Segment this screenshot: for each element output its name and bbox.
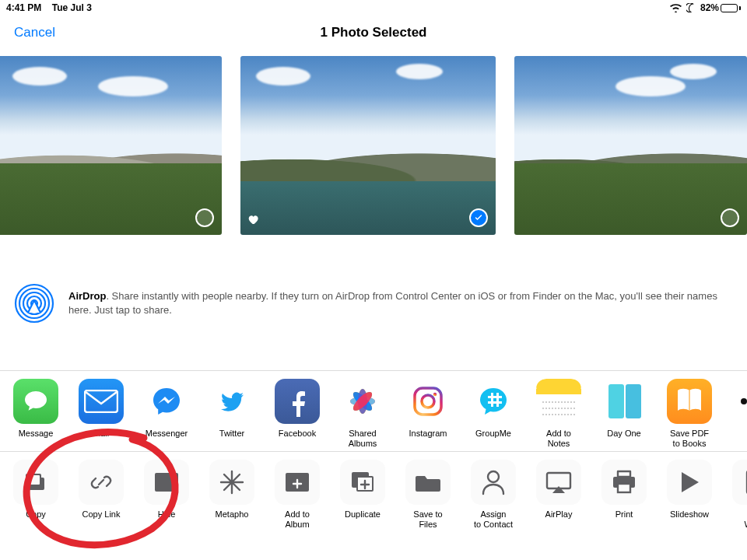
day-one-icon bbox=[601, 379, 647, 424]
photo-thumbnail[interactable] bbox=[240, 56, 496, 235]
svg-rect-14 bbox=[415, 388, 441, 415]
app-label: Shared Albums bbox=[339, 429, 386, 448]
app-label: Message bbox=[19, 429, 54, 439]
share-action-add-to-album[interactable]: Add to Album bbox=[274, 460, 321, 529]
photo-strip[interactable] bbox=[0, 50, 747, 244]
svg-rect-35 bbox=[286, 473, 309, 478]
app-label: Mail bbox=[93, 429, 109, 439]
app-label: Add to Notes bbox=[535, 429, 582, 448]
battery-indicator: 82% bbox=[700, 2, 741, 13]
shared-albums-icon bbox=[340, 379, 385, 424]
action-label: Print bbox=[615, 509, 633, 520]
favorite-icon bbox=[247, 213, 259, 229]
add-to-notes-icon bbox=[536, 379, 581, 424]
app-label: Save PDF to Books bbox=[670, 429, 709, 448]
action-label: Copy bbox=[26, 509, 46, 520]
svg-rect-33 bbox=[155, 473, 178, 478]
share-action-hide[interactable]: Hide bbox=[143, 460, 190, 529]
do-not-disturb-icon bbox=[686, 3, 696, 12]
share-app-twitter[interactable]: Twitter bbox=[209, 379, 255, 448]
svg-rect-25 bbox=[626, 384, 641, 418]
action-label: Assign to Contact bbox=[474, 509, 513, 529]
svg-point-15 bbox=[422, 395, 434, 408]
app-label: Facebook bbox=[279, 429, 316, 439]
action-label: Metapho bbox=[216, 509, 249, 520]
slideshow-icon bbox=[667, 460, 712, 505]
svg-rect-5 bbox=[85, 390, 117, 412]
photo-thumbnail[interactable] bbox=[514, 56, 747, 235]
share-app-day-one[interactable]: Day One bbox=[601, 379, 647, 448]
action-label: Hide bbox=[158, 509, 176, 520]
airdrop-icon bbox=[14, 283, 54, 324]
share-app-save-pdf-books[interactable]: Save PDF to Books bbox=[666, 379, 713, 448]
status-left: 4:41 PM Tue Jul 3 bbox=[6, 2, 100, 13]
airdrop-section[interactable]: AirDrop. Share instantly with people nea… bbox=[0, 244, 747, 370]
facebook-icon bbox=[275, 379, 320, 424]
share-app-shared-albums[interactable]: Shared Albums bbox=[339, 379, 386, 448]
nav-bar: Cancel 1 Photo Selected bbox=[0, 16, 747, 50]
svg-point-16 bbox=[433, 393, 437, 396]
share-app-messenger[interactable]: Messenger bbox=[143, 379, 190, 448]
share-action-slideshow[interactable]: Slideshow bbox=[666, 460, 713, 529]
app-label: GroupMe bbox=[475, 429, 511, 439]
svg-rect-24 bbox=[608, 384, 624, 418]
status-time: 4:41 PM bbox=[6, 2, 41, 13]
status-date: Tue Jul 3 bbox=[52, 2, 92, 13]
app-label: Twitter bbox=[219, 429, 244, 439]
share-app-groupme[interactable]: GroupMe bbox=[470, 379, 517, 448]
share-action-print[interactable]: Print bbox=[601, 460, 647, 529]
share-action-duplicate[interactable]: Duplicate bbox=[339, 460, 386, 529]
duplicate-icon bbox=[340, 460, 385, 505]
svg-point-26 bbox=[741, 398, 747, 404]
metapho-icon bbox=[209, 460, 254, 505]
action-label: AirPlay bbox=[545, 509, 573, 520]
share-app-message[interactable]: Message bbox=[12, 379, 59, 448]
mail-icon bbox=[79, 379, 124, 424]
share-app-more[interactable]: Mo bbox=[731, 379, 747, 448]
hide-icon bbox=[144, 460, 189, 505]
share-action-metapho[interactable]: Metapho bbox=[209, 460, 255, 529]
instagram-icon bbox=[405, 379, 451, 424]
more-icon bbox=[732, 379, 747, 424]
svg-rect-31 bbox=[27, 475, 40, 485]
action-label: Use Wallp bbox=[744, 509, 747, 529]
photo-thumbnail[interactable] bbox=[0, 56, 222, 235]
twitter-icon bbox=[209, 379, 254, 424]
action-label: Add to Album bbox=[274, 509, 321, 529]
share-action-copy[interactable]: Copy bbox=[12, 460, 59, 529]
save-pdf-books-icon bbox=[667, 379, 712, 424]
share-app-facebook[interactable]: Facebook bbox=[274, 379, 321, 448]
selected-check-icon[interactable] bbox=[469, 208, 488, 227]
share-action-use-wallpaper[interactable]: Use Wallp bbox=[731, 460, 747, 529]
share-app-add-to-notes[interactable]: Add to Notes bbox=[535, 379, 582, 448]
message-icon bbox=[13, 379, 58, 424]
app-label: Instagram bbox=[409, 429, 447, 439]
action-label: Slideshow bbox=[670, 509, 709, 520]
groupme-icon bbox=[471, 379, 516, 424]
airdrop-text: AirDrop. Share instantly with people nea… bbox=[68, 289, 733, 317]
airplay-icon bbox=[536, 460, 581, 505]
copy-icon bbox=[13, 460, 58, 505]
svg-point-39 bbox=[488, 471, 499, 482]
cancel-button[interactable]: Cancel bbox=[14, 25, 55, 40]
share-app-row[interactable]: MessageMailMessengerTwitterFacebookShare… bbox=[0, 371, 747, 451]
share-app-mail[interactable]: Mail bbox=[78, 379, 124, 448]
print-icon bbox=[601, 460, 647, 505]
copy-link-icon bbox=[79, 460, 124, 505]
share-action-save-to-files[interactable]: Save to Files bbox=[405, 460, 451, 529]
share-action-copy-link[interactable]: Copy Link bbox=[78, 460, 124, 529]
svg-rect-41 bbox=[618, 471, 630, 477]
share-action-airplay[interactable]: AirPlay bbox=[535, 460, 582, 529]
selection-ring-icon[interactable] bbox=[721, 208, 739, 227]
svg-rect-19 bbox=[536, 389, 581, 394]
airdrop-label: AirDrop bbox=[68, 290, 106, 302]
page-title: 1 Photo Selected bbox=[321, 25, 427, 40]
svg-rect-43 bbox=[618, 484, 630, 492]
save-to-files-icon bbox=[405, 460, 451, 505]
use-wallpaper-icon bbox=[732, 460, 747, 505]
wifi-icon bbox=[670, 4, 682, 12]
share-app-instagram[interactable]: Instagram bbox=[405, 379, 451, 448]
status-right: 82% bbox=[670, 2, 741, 13]
share-action-assign-contact[interactable]: Assign to Contact bbox=[470, 460, 517, 529]
share-action-row[interactable]: CopyCopy LinkHideMetaphoAdd to AlbumDupl… bbox=[0, 452, 747, 532]
